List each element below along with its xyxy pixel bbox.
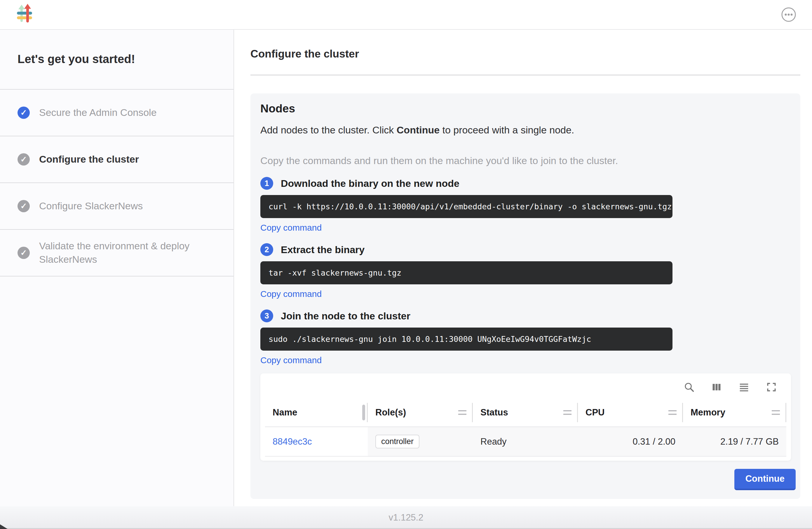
command-step-title: Download the binary on the new node [281,178,460,189]
app-root: Let's get you started! ✓ Secure the Admi… [0,0,812,529]
drag-handle-icon[interactable] [668,410,677,415]
fullscreen-icon[interactable] [765,381,778,393]
node-status-cell: Ready [473,427,578,456]
top-bar [0,0,812,30]
sidebar-title: Let's get you started! [0,30,233,89]
drag-handle-icon[interactable] [458,410,466,415]
sidebar-item-configure-slackernews[interactable]: ✓ Configure SlackerNews [0,183,233,229]
column-header-memory[interactable]: Memory [683,399,786,427]
column-separator [785,403,786,422]
join-instructions: Copy the commands and run them on the ma… [260,155,789,167]
check-circle-icon: ✓ [17,247,30,259]
drag-handle-icon[interactable] [772,410,780,415]
command-step-1-header: 1 Download the binary on the new node [260,177,789,190]
continue-row: Continue [260,461,796,490]
nodes-table-card: Name Role(s) Status CPU Memory 8849ec3c … [260,373,791,461]
node-name-link[interactable]: 8849ec3c [273,437,312,447]
command-code-block-3: sudo ./slackernews-gnu join 10.0.0.11:30… [260,328,672,351]
cursor-artifact [0,524,8,529]
command-step-3-header: 3 Join the node to the cluster [260,310,789,322]
command-step-title: Extract the binary [281,244,365,255]
setup-sidebar: Let's get you started! ✓ Secure the Admi… [0,30,234,506]
sidebar-item-label: Secure the Admin Console [39,106,157,119]
copy-command-link-1[interactable]: Copy command [260,223,322,233]
table-header-row: Name Role(s) Status CPU Memory [265,399,786,427]
nodes-heading: Nodes [260,102,789,115]
node-memory-cell: 2.19 / 7.77 GB [683,427,786,456]
step-number-badge: 3 [260,310,273,322]
table-row: 8849ec3c controller Ready 0.31 / 2.00 2.… [265,427,786,456]
main-panel: Configure the cluster Nodes Add nodes to… [234,30,812,506]
page-title: Configure the cluster [250,48,800,60]
step-number-badge: 1 [260,177,273,190]
step-number-badge: 2 [260,243,273,256]
node-roles-cell: controller [368,427,473,456]
sidebar-item-validate-deploy[interactable]: ✓ Validate the environment & deploy Slac… [0,229,233,276]
command-code-block-2: tar -xvf slackernews-gnu.tgz [260,261,672,284]
copy-command-link-3[interactable]: Copy command [260,355,322,365]
node-cpu-cell: 0.31 / 2.00 [578,427,683,456]
search-icon[interactable] [683,381,695,393]
role-chip: controller [375,435,419,448]
nodes-description: Add nodes to the cluster. Click Continue… [260,124,789,136]
version-label: v1.125.2 [389,512,423,523]
setup-step-list: ✓ Secure the Admin Console ✓ Configure t… [0,89,233,276]
ellipsis-menu-icon[interactable] [781,6,797,23]
check-circle-icon: ✓ [17,200,30,212]
drag-handle-icon[interactable] [563,410,571,415]
command-step-title: Join the node to the cluster [281,310,410,322]
sidebar-item-configure-cluster[interactable]: ✓ Configure the cluster [0,136,233,183]
show-columns-icon[interactable] [710,381,723,393]
nodes-card: Nodes Add nodes to the cluster. Click Co… [250,94,800,499]
sidebar-item-label: Configure SlackerNews [39,199,143,213]
command-code-block-1: curl -k https://10.0.0.11:30000/api/v1/e… [260,195,672,218]
column-header-status[interactable]: Status [473,399,578,427]
table-toolbar [265,378,786,399]
column-header-cpu[interactable]: CPU [578,399,683,427]
app-footer: v1.125.2 [0,506,812,529]
check-circle-icon: ✓ [17,153,30,166]
continue-button[interactable]: Continue [734,469,796,490]
slackernews-logo-icon [15,4,34,25]
column-header-name[interactable]: Name [265,399,368,427]
sidebar-item-label: Configure the cluster [39,153,139,166]
column-scroll-thumb [362,405,365,420]
title-divider [250,75,800,75]
sidebar-item-label: Validate the environment & deploy Slacke… [39,239,213,266]
content-area: Let's get you started! ✓ Secure the Admi… [0,30,812,506]
node-name-cell: 8849ec3c [265,427,368,456]
density-icon[interactable] [738,381,750,393]
copy-command-link-2[interactable]: Copy command [260,289,322,299]
command-step-2-header: 2 Extract the binary [260,243,789,256]
check-circle-icon: ✓ [17,106,30,119]
nodes-table: Name Role(s) Status CPU Memory 8849ec3c … [265,399,786,457]
column-header-roles[interactable]: Role(s) [368,399,473,427]
sidebar-item-secure-admin-console[interactable]: ✓ Secure the Admin Console [0,89,233,136]
